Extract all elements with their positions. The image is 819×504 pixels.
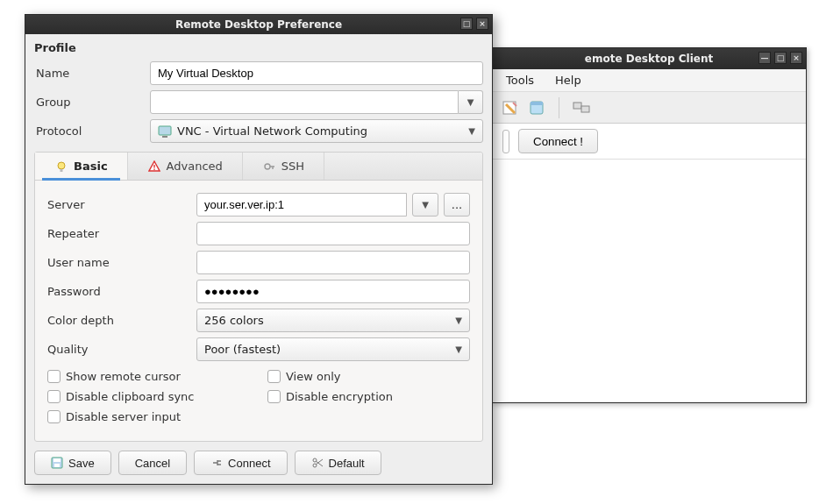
repeater-input[interactable] <box>196 222 470 245</box>
svg-rect-3 <box>573 103 581 109</box>
protocol-combo[interactable]: VNC - Virtual Network Computing ▼ <box>150 119 483 143</box>
dialog-maximize-button[interactable]: □ <box>460 18 473 30</box>
save-icon <box>51 457 63 469</box>
name-label: Name <box>36 67 150 80</box>
server-browse-button[interactable]: ... <box>444 193 470 217</box>
chevron-down-icon: ▼ <box>468 126 475 136</box>
checkbox-icon <box>47 370 61 383</box>
group-input[interactable] <box>150 90 459 114</box>
svg-rect-5 <box>159 126 171 135</box>
connect-button[interactable]: Connect <box>194 451 287 475</box>
connect-button[interactable]: Connect ! <box>518 129 598 153</box>
cancel-button[interactable]: Cancel <box>118 451 187 475</box>
preference-dialog: Remote Desktop Preference □ × Profile Na… <box>25 14 493 485</box>
client-title: emote Desktop Client <box>585 53 713 65</box>
connect-label: Connect <box>228 457 270 470</box>
tab-basic-label: Basic <box>74 160 108 173</box>
chevron-down-icon: ▼ <box>455 344 462 354</box>
colordepth-combo[interactable]: 256 colors ▼ <box>196 309 470 332</box>
tab-advanced-label: Advanced <box>167 160 223 173</box>
minimize-button[interactable]: — <box>758 52 771 64</box>
check-disable-server-input[interactable]: Disable server input <box>47 410 250 423</box>
group-label: Group <box>36 96 150 109</box>
quality-label: Quality <box>47 343 196 356</box>
lightbulb-icon <box>54 160 68 174</box>
menu-help[interactable]: Help <box>555 74 581 87</box>
server-dropdown-button[interactable]: ▼ <box>412 193 438 217</box>
checkbox-icon <box>267 370 281 383</box>
check-label: Disable clipboard sync <box>66 390 195 403</box>
check-label: Disable encryption <box>286 390 393 403</box>
check-disable-clipboard-sync[interactable]: Disable clipboard sync <box>47 390 250 403</box>
default-button[interactable]: Default <box>295 451 381 475</box>
client-window: emote Desktop Client — □ × Tools Help Co… <box>491 47 807 403</box>
svg-rect-13 <box>53 458 61 462</box>
save-button[interactable]: Save <box>34 451 111 475</box>
maximize-button[interactable]: □ <box>774 52 787 64</box>
warning-icon <box>147 160 161 174</box>
colordepth-value: 256 colors <box>204 314 264 327</box>
server-label: Server <box>47 198 196 211</box>
check-label: View only <box>286 370 340 383</box>
save-label: Save <box>68 457 95 470</box>
checkbox-icon <box>47 410 61 423</box>
svg-rect-4 <box>581 106 589 112</box>
colordepth-label: Color depth <box>47 314 196 327</box>
username-input[interactable] <box>196 251 470 274</box>
checkbox-icon <box>267 390 281 403</box>
address-input[interactable] <box>502 130 509 153</box>
close-button[interactable]: × <box>790 52 802 64</box>
svg-rect-10 <box>153 168 154 169</box>
svg-rect-9 <box>153 165 154 168</box>
tab-strip: Basic Advanced SSH <box>35 153 482 181</box>
check-disable-encryption[interactable]: Disable encryption <box>267 390 470 403</box>
protocol-value: VNC - Virtual Network Computing <box>177 124 367 138</box>
tab-ssh-label: SSH <box>281 160 304 173</box>
plug-icon <box>210 457 223 469</box>
server-input[interactable] <box>196 193 407 217</box>
tab-basic-content: Server ▼ ... Repeater User name Password… <box>35 181 482 441</box>
profile-section-label: Profile <box>34 41 483 54</box>
client-body <box>492 159 806 402</box>
dialog-close-button[interactable]: × <box>476 18 488 30</box>
chevron-down-icon: ▼ <box>455 316 462 325</box>
check-view-only[interactable]: View only <box>267 370 470 383</box>
password-label: Password <box>47 285 196 298</box>
name-input[interactable] <box>150 61 483 85</box>
protocol-label: Protocol <box>36 124 150 138</box>
svg-rect-2 <box>531 102 543 105</box>
repeater-label: Repeater <box>47 227 196 240</box>
screens-icon[interactable] <box>572 98 591 117</box>
group-dropdown-icon[interactable]: ▼ <box>459 90 483 114</box>
password-input[interactable] <box>196 280 470 303</box>
toolbar-separator <box>559 97 559 118</box>
cancel-label: Cancel <box>135 457 170 470</box>
group-combo[interactable]: ▼ <box>150 90 483 114</box>
dialog-title: Remote Desktop Preference <box>175 18 342 31</box>
quality-value: Poor (fastest) <box>204 343 281 356</box>
quality-combo[interactable]: Poor (fastest) ▼ <box>196 337 470 361</box>
svg-rect-6 <box>162 136 167 138</box>
svg-rect-8 <box>61 169 63 172</box>
edit-icon[interactable] <box>501 98 520 117</box>
default-label: Default <box>329 457 365 470</box>
document-icon[interactable] <box>527 98 546 117</box>
tab-frame: Basic Advanced SSH Server <box>34 152 483 442</box>
check-show-remote-cursor[interactable]: Show remote cursor <box>47 370 250 383</box>
svg-rect-14 <box>54 464 60 467</box>
checkbox-icon <box>47 390 61 403</box>
dialog-titlebar[interactable]: Remote Desktop Preference □ × <box>25 15 492 34</box>
menu-tools[interactable]: Tools <box>506 74 534 87</box>
tab-advanced[interactable]: Advanced <box>128 153 243 180</box>
client-titlebar[interactable]: emote Desktop Client — □ × <box>492 48 806 69</box>
scissors-icon <box>311 457 324 469</box>
username-label: User name <box>47 256 196 269</box>
svg-point-11 <box>265 164 270 169</box>
vnc-icon <box>158 124 172 138</box>
tab-ssh[interactable]: SSH <box>243 153 324 180</box>
check-label: Show remote cursor <box>66 370 181 383</box>
client-toolbar <box>492 92 806 124</box>
client-menubar: Tools Help <box>492 69 806 92</box>
tab-basic[interactable]: Basic <box>35 153 128 180</box>
dialog-footer: Save Cancel Connect Default <box>34 451 483 475</box>
